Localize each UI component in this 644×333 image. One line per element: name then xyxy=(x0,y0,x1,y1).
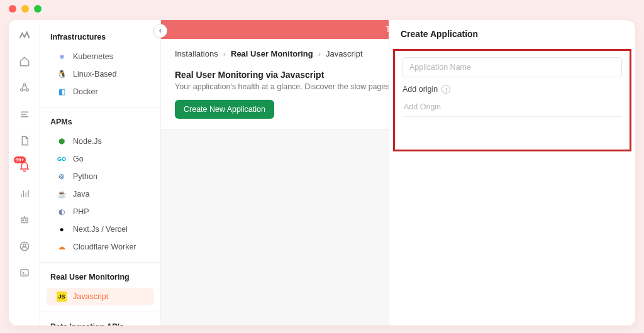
nav-home-icon[interactable] xyxy=(18,55,31,68)
sidebar-item-label: PHP xyxy=(73,207,89,216)
javascript-icon: JS xyxy=(57,292,67,302)
sidebar-item-label: Linux-Based xyxy=(73,70,117,79)
breadcrumb-item[interactable]: Javascript xyxy=(326,49,363,58)
sidebar-item-label: Node.Js xyxy=(73,137,102,146)
chevron-right-icon: › xyxy=(318,49,321,58)
window-titlebar xyxy=(0,0,644,18)
sidebar-item-go[interactable]: GOGo xyxy=(40,150,160,168)
sidebar-item-python[interactable]: ⊚Python xyxy=(40,168,160,185)
add-origin-label-text: Add origin xyxy=(402,85,438,94)
nextjs-icon: ● xyxy=(57,224,67,234)
panel-title: Create Application xyxy=(389,20,635,46)
sidebar-item-linux[interactable]: 🐧Linux-Based xyxy=(40,65,160,83)
info-icon[interactable]: i xyxy=(441,85,450,94)
highlighted-form-region: Add origin i xyxy=(393,49,631,151)
application-name-input[interactable] xyxy=(402,57,622,77)
section-title: Real User Monitoring xyxy=(40,269,160,288)
app-window: 99+ Infrastructures ⎈Kubernetes 🐧Linux-B… xyxy=(9,20,635,325)
svg-point-1 xyxy=(20,89,23,91)
sidebar-item-nodejs[interactable]: ⬢Node.Js xyxy=(40,133,160,150)
divider xyxy=(40,312,160,312)
alerts-badge: 99+ xyxy=(14,156,26,163)
svg-point-12 xyxy=(25,220,26,221)
nav-bot-icon[interactable] xyxy=(18,214,31,226)
sidebar-item-label: Kubernetes xyxy=(73,52,113,61)
nav-rail: 99+ xyxy=(9,20,40,325)
window-close-dot[interactable] xyxy=(9,5,16,13)
sidebar-item-docker[interactable]: ◧Docker xyxy=(40,83,160,101)
sidebar-item-nextjs[interactable]: ●Next.Js / Vercel xyxy=(40,221,160,238)
svg-rect-16 xyxy=(21,270,28,276)
svg-point-2 xyxy=(26,89,28,91)
nav-document-icon[interactable] xyxy=(18,134,31,147)
sidebar-item-kubernetes[interactable]: ⎈Kubernetes xyxy=(40,48,160,65)
section-title: Infrastructures xyxy=(40,29,160,48)
sidebar-item-label: Cloudflare Worker xyxy=(73,243,136,251)
php-icon: ◐ xyxy=(57,207,67,217)
sidebar-item-label: Java xyxy=(73,190,89,199)
sidebar-item-label: Docker xyxy=(73,87,98,96)
sidebar-item-label: Python xyxy=(73,172,97,181)
sidebar-item-label: Go xyxy=(73,155,84,163)
nav-alerts-icon[interactable]: 99+ xyxy=(18,161,31,173)
breadcrumb-item[interactable]: Installations xyxy=(175,49,218,58)
collapse-sidebar-button[interactable] xyxy=(153,24,167,38)
main-content: To mon Installations › Real User Monitor… xyxy=(161,20,635,325)
sidebar-item-label: Javascript xyxy=(73,292,108,301)
sidebar-item-label: Next.Js / Vercel xyxy=(73,225,128,234)
window-minimize-dot[interactable] xyxy=(21,5,29,13)
brand-logo-icon[interactable] xyxy=(18,29,31,41)
docker-icon: ◧ xyxy=(57,87,67,97)
nav-users-icon[interactable] xyxy=(18,240,31,253)
cloudflare-icon: ☁ xyxy=(57,242,67,252)
add-origin-input[interactable] xyxy=(402,97,622,117)
sidebar-item-javascript[interactable]: JSJavascript xyxy=(47,288,154,305)
sidebar-item-java[interactable]: ☕Java xyxy=(40,185,160,203)
chevron-right-icon: › xyxy=(223,49,226,58)
section-title: APMs xyxy=(40,114,160,133)
svg-point-11 xyxy=(22,220,23,221)
divider xyxy=(40,107,160,107)
python-icon: ⊚ xyxy=(57,172,67,182)
divider xyxy=(40,262,160,263)
svg-point-0 xyxy=(23,84,26,86)
nav-logs-icon[interactable] xyxy=(18,108,31,121)
create-application-panel: Create Application Add origin i xyxy=(389,20,635,325)
section-title: Data Ingestion APIs xyxy=(40,319,160,325)
breadcrumb-item[interactable]: Real User Monitoring xyxy=(231,49,313,58)
linux-icon: 🐧 xyxy=(57,69,67,79)
nav-terminal-icon[interactable] xyxy=(18,266,31,279)
nav-clusters-icon[interactable] xyxy=(18,82,31,94)
kubernetes-icon: ⎈ xyxy=(57,52,67,62)
create-new-application-button[interactable]: Create New Application xyxy=(175,100,274,119)
nodejs-icon: ⬢ xyxy=(57,136,67,146)
sidebar-item-php[interactable]: ◐PHP xyxy=(40,203,160,221)
sidebar-item-cloudflare[interactable]: ☁Cloudflare Worker xyxy=(40,238,160,256)
go-icon: GO xyxy=(57,154,67,164)
window-zoom-dot[interactable] xyxy=(34,5,42,13)
add-origin-label: Add origin i xyxy=(402,85,622,94)
integrations-sidebar: Infrastructures ⎈Kubernetes 🐧Linux-Based… xyxy=(40,20,161,325)
nav-metrics-icon[interactable] xyxy=(18,187,31,200)
java-icon: ☕ xyxy=(57,189,67,199)
